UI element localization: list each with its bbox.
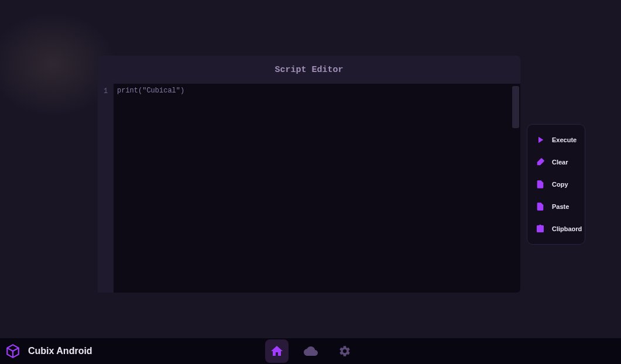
execute-label: Execute bbox=[552, 136, 577, 143]
cube-icon bbox=[5, 343, 21, 359]
paste-button[interactable]: Paste bbox=[531, 196, 581, 217]
settings-button[interactable] bbox=[333, 339, 356, 363]
line-gutter: 1 bbox=[98, 84, 114, 293]
document-icon bbox=[533, 177, 547, 191]
line-number: 1 bbox=[98, 87, 114, 95]
brand-area: Cubix Android bbox=[5, 343, 92, 359]
copy-label: Copy bbox=[552, 181, 568, 188]
clear-button[interactable]: Clear bbox=[531, 152, 581, 173]
execute-button[interactable]: Execute bbox=[531, 129, 581, 150]
paste-label: Paste bbox=[552, 203, 569, 210]
play-icon bbox=[533, 133, 547, 147]
clipboard-button[interactable]: Clipbaord bbox=[531, 218, 581, 239]
editor-body: 1 print("Cubical") bbox=[98, 84, 520, 293]
nav-icons bbox=[265, 339, 356, 363]
cloud-button[interactable] bbox=[299, 339, 322, 363]
clipboard-icon bbox=[533, 222, 547, 236]
editor-title: Script Editor bbox=[275, 65, 343, 75]
copy-button[interactable]: Copy bbox=[531, 174, 581, 195]
eraser-icon bbox=[533, 155, 547, 169]
bottom-navigation: Cubix Android bbox=[0, 338, 621, 364]
brand-name: Cubix Android bbox=[28, 346, 92, 356]
editor-header: Script Editor bbox=[98, 56, 520, 84]
clear-label: Clear bbox=[552, 159, 568, 166]
clipboard-label: Clipbaord bbox=[552, 225, 582, 232]
home-button[interactable] bbox=[265, 339, 289, 363]
script-editor-panel: Script Editor 1 print("Cubical") bbox=[98, 56, 520, 293]
code-editor[interactable]: print("Cubical") bbox=[114, 84, 520, 293]
document-icon bbox=[533, 200, 547, 214]
scrollbar[interactable] bbox=[512, 86, 519, 128]
action-panel: Execute Clear Copy Paste Clipbaord bbox=[527, 124, 585, 245]
